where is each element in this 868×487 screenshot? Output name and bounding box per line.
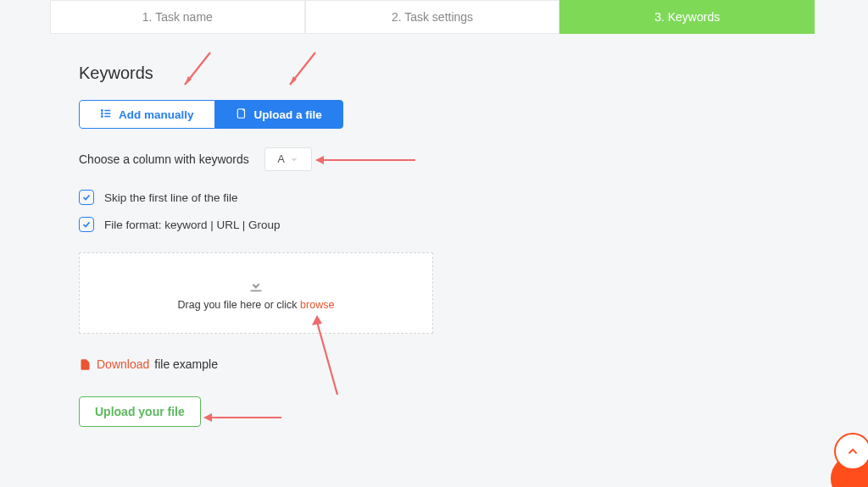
wizard-tab-label: 1. Task name	[142, 10, 213, 24]
add-manually-label: Add manually	[119, 108, 194, 121]
chevron-up-icon	[845, 444, 860, 459]
scroll-to-top-button[interactable]	[834, 433, 868, 470]
download-link[interactable]: Download	[97, 357, 149, 371]
column-selector-row: Choose a column with keywords A	[79, 147, 789, 171]
column-select-value: A	[278, 153, 285, 165]
download-icon	[247, 275, 265, 294]
chevron-down-icon	[290, 155, 298, 163]
mode-toggle: Add manually Upload a file	[79, 100, 343, 129]
svg-point-3	[102, 109, 103, 110]
file-format-row: File format: keyword | URL | Group	[79, 217, 789, 232]
column-selector-label: Choose a column with keywords	[79, 152, 249, 166]
upload-your-file-button[interactable]: Upload your file	[79, 396, 201, 427]
file-icon	[236, 108, 248, 122]
download-example-row: Download file example	[79, 357, 789, 371]
dropzone-prefix: Drag you file here or click	[178, 299, 301, 311]
wizard-tab-keywords[interactable]: 3. Keywords	[559, 0, 815, 34]
add-manually-button[interactable]: Add manually	[79, 100, 215, 129]
section-title: Keywords	[79, 64, 789, 83]
download-rest: file example	[154, 357, 218, 371]
svg-rect-7	[251, 290, 262, 291]
file-dropzone[interactable]: Drag you file here or click browse	[79, 252, 433, 334]
file-icon	[79, 358, 92, 371]
file-format-checkbox[interactable]	[79, 217, 94, 232]
check-icon	[81, 219, 92, 230]
file-format-label: File format: keyword | URL | Group	[104, 219, 281, 231]
list-icon	[100, 108, 112, 122]
wizard-tab-task-name[interactable]: 1. Task name	[50, 0, 305, 34]
upload-file-label: Upload a file	[254, 108, 322, 121]
svg-point-5	[102, 115, 103, 116]
wizard-tab-label: 3. Keywords	[654, 10, 720, 24]
browse-link[interactable]: browse	[300, 299, 334, 311]
dropzone-text: Drag you file here or click browse	[178, 299, 335, 311]
skip-first-line-checkbox[interactable]	[79, 190, 94, 205]
wizard-tabs: 1. Task name 2. Task settings 3. Keyword…	[30, 0, 838, 34]
skip-first-line-row: Skip the first line of the file	[79, 190, 789, 205]
upload-file-button[interactable]: Upload a file	[215, 100, 343, 129]
column-select[interactable]: A	[264, 147, 312, 171]
skip-first-line-label: Skip the first line of the file	[104, 191, 238, 204]
upload-your-file-label: Upload your file	[95, 405, 185, 418]
wizard-tab-label: 2. Task settings	[392, 10, 473, 24]
wizard-tab-task-settings[interactable]: 2. Task settings	[305, 0, 560, 34]
check-icon	[81, 192, 92, 202]
svg-point-4	[102, 113, 103, 113]
